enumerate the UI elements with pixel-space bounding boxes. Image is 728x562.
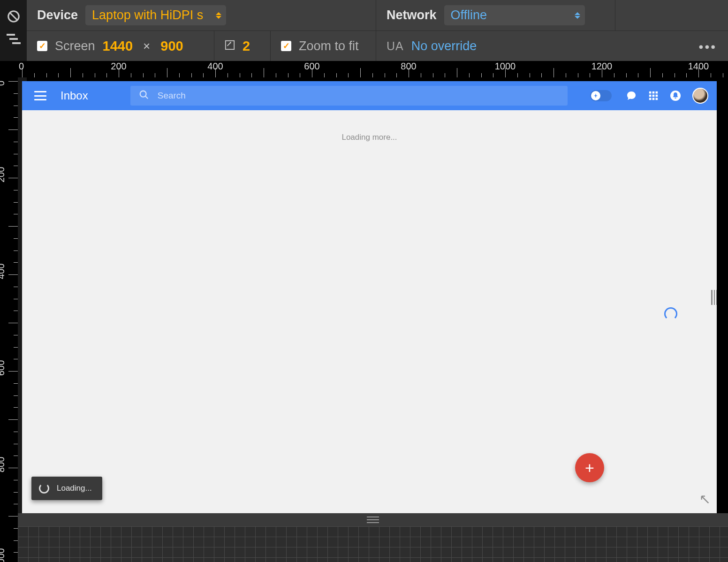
svg-rect-16 — [656, 98, 658, 100]
ruler-v-label: 0 — [0, 81, 7, 86]
ruler-v-label: 400 — [0, 264, 7, 279]
ruler-h-label: 1000 — [495, 61, 516, 72]
screen-width[interactable]: 1440 — [103, 38, 133, 54]
ruler-h-label: 1400 — [688, 61, 709, 72]
apps-icon[interactable] — [648, 91, 659, 101]
devtools-topbar: Device Laptop with HiDPI s Network Offli… — [27, 0, 728, 61]
network-label: Network — [387, 8, 437, 23]
spinner-icon — [664, 307, 677, 320]
plus-icon: + — [585, 459, 594, 477]
avatar[interactable] — [692, 88, 708, 104]
svg-point-6 — [140, 91, 146, 97]
chevron-updown-icon — [575, 12, 580, 19]
ruler-h-label: 200 — [111, 61, 126, 72]
ruler-h-label: 600 — [304, 61, 319, 72]
device-select-value: Laptop with HiDPI s — [92, 8, 203, 23]
dpr-icon — [225, 40, 235, 52]
svg-rect-2 — [7, 34, 15, 36]
drawer-handle[interactable] — [18, 513, 728, 526]
toast-text: Loading... — [57, 484, 92, 493]
app-title: Inbox — [61, 89, 88, 102]
spinner-icon — [39, 483, 49, 494]
grid-background — [18, 526, 728, 562]
network-select-value: Offline — [451, 8, 487, 23]
zoom-label: Zoom to fit — [299, 39, 359, 53]
resize-corner-icon[interactable] — [700, 494, 710, 507]
more-icon[interactable]: ••• — [699, 39, 717, 54]
svg-rect-15 — [652, 98, 655, 100]
svg-rect-4 — [12, 42, 21, 44]
search-bar[interactable] — [130, 86, 568, 106]
screen-height[interactable]: 900 — [160, 38, 183, 54]
ruler-h-label: 400 — [207, 61, 223, 72]
inbox-header: Inbox — [22, 81, 717, 110]
zoom-checkbox[interactable]: ✓ — [281, 41, 291, 51]
viewport-resize-handle[interactable] — [711, 287, 717, 308]
svg-rect-13 — [656, 95, 658, 97]
screen-checkbox[interactable]: ✓ — [37, 41, 47, 51]
ruler-v-label: 200 — [0, 167, 7, 182]
svg-line-1 — [10, 13, 17, 20]
screen-label: Screen — [55, 39, 95, 53]
filter-icon[interactable] — [7, 34, 21, 44]
inbox-body: Loading more... + Loading... — [22, 110, 717, 513]
chat-icon[interactable] — [626, 90, 637, 101]
search-icon — [139, 90, 149, 102]
ruler-h-label: 800 — [401, 61, 416, 72]
notifications-icon[interactable] — [670, 90, 681, 101]
menu-icon[interactable] — [34, 91, 46, 100]
ruler-v-label: 600 — [0, 360, 7, 376]
times-icon: × — [140, 39, 153, 53]
svg-rect-9 — [652, 91, 655, 94]
ua-value[interactable]: No override — [411, 39, 477, 53]
ruler-horizontal: 0200400600800100012001400 — [18, 61, 728, 77]
svg-rect-10 — [656, 91, 658, 94]
chevron-updown-icon — [216, 12, 221, 19]
loading-more-text: Loading more... — [22, 110, 717, 142]
ua-label: UA — [387, 39, 404, 53]
svg-rect-12 — [652, 95, 655, 97]
svg-line-7 — [145, 96, 148, 99]
pin-toggle[interactable] — [590, 90, 612, 101]
svg-rect-14 — [649, 98, 652, 100]
ruler-h-label: 0 — [19, 61, 24, 72]
pin-icon — [591, 91, 600, 100]
compose-button[interactable]: + — [575, 453, 604, 482]
device-label: Device — [37, 8, 78, 23]
svg-rect-8 — [649, 91, 652, 94]
svg-rect-3 — [9, 38, 18, 40]
network-select[interactable]: Offline — [444, 5, 585, 25]
search-input[interactable] — [158, 91, 559, 101]
device-select[interactable]: Laptop with HiDPI s — [85, 5, 226, 25]
no-entry-icon[interactable] — [7, 9, 21, 23]
ruler-h-label: 1200 — [592, 61, 613, 72]
svg-rect-11 — [649, 95, 652, 97]
loading-toast: Loading... — [31, 477, 102, 500]
ruler-v-label: 800 — [0, 457, 7, 472]
emulated-viewport: Inbox Loading more... — [22, 81, 717, 513]
ruler-v-label: 1000 — [0, 548, 7, 562]
ruler-corner — [0, 61, 18, 77]
dpr-value[interactable]: 2 — [243, 38, 250, 54]
ruler-vertical: 02004006008001000 — [0, 61, 18, 562]
